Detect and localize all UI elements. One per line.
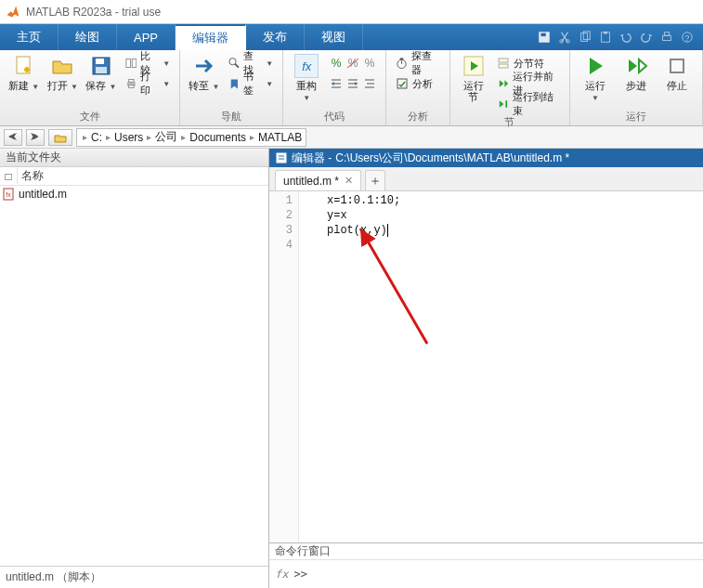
command-window-header: 命令行窗口 xyxy=(269,543,703,560)
paste-icon[interactable] xyxy=(599,31,612,44)
editor-tabs: untitled.m * ✕ ＋ xyxy=(269,167,703,191)
print-icon[interactable] xyxy=(660,31,673,44)
stop-icon xyxy=(665,54,689,78)
tab-publish[interactable]: 发布 xyxy=(246,24,305,50)
save-icon[interactable] xyxy=(538,31,551,44)
ribbon-group-section: 运行 节 分节符 运行并前进 运行到结束 节 xyxy=(450,50,570,125)
path-crumb-2[interactable]: 公司▸ xyxy=(155,129,188,145)
app-title: MATLAB R2023a - trial use xyxy=(26,6,161,19)
code-line-1: x=1:0.1:10; xyxy=(327,194,400,207)
svg-rect-20 xyxy=(128,79,133,82)
percent-wrap-icon: % xyxy=(363,57,376,70)
goto-label: 转至 xyxy=(189,80,209,91)
printer-icon xyxy=(125,77,137,90)
svg-rect-21 xyxy=(128,85,133,88)
new-file-icon xyxy=(12,54,36,78)
save-label: 保存 xyxy=(85,80,106,91)
svg-rect-2 xyxy=(541,33,546,37)
cut-icon[interactable] xyxy=(558,31,571,44)
command-window-body[interactable]: fx >> xyxy=(269,560,703,588)
profiler-label: 探查器 xyxy=(411,49,440,77)
step-button[interactable]: 步进 xyxy=(617,52,656,91)
bookmark-icon xyxy=(228,77,241,90)
titlebar: MATLAB R2023a - trial use xyxy=(0,0,703,24)
svg-rect-15 xyxy=(96,59,104,64)
editor-tab-close-icon[interactable]: ✕ xyxy=(345,175,353,187)
editor-new-tab-button[interactable]: ＋ xyxy=(365,170,385,190)
open-button[interactable]: 打开 ▼ xyxy=(45,52,82,92)
copy-icon[interactable] xyxy=(579,31,592,44)
svg-text:%: % xyxy=(332,57,342,70)
path-crumb-1[interactable]: Users▸ xyxy=(114,131,153,144)
file-group-label: 文件 xyxy=(6,108,174,125)
tab-plots[interactable]: 绘图 xyxy=(59,24,117,50)
goto-arrow-icon xyxy=(192,54,216,78)
run-to-end-icon xyxy=(497,98,509,111)
tab-home[interactable]: 主页 xyxy=(0,24,59,50)
print-label: 打印 xyxy=(140,70,159,98)
analyze-group-label: 分析 xyxy=(392,108,444,125)
play-icon xyxy=(583,54,607,78)
code-area[interactable]: x=1:0.1:10; y=x plot(x,y)​ xyxy=(299,191,703,542)
step-icon xyxy=(624,54,648,78)
editor-tab[interactable]: untitled.m * ✕ xyxy=(275,170,361,190)
print-button[interactable]: 打印 ▼ xyxy=(122,74,174,93)
svg-rect-28 xyxy=(400,58,404,59)
path-crumb-3[interactable]: Documents▸ xyxy=(189,131,256,144)
nav-up-button[interactable] xyxy=(48,129,72,146)
path-crumb-4[interactable]: MATLAB xyxy=(258,131,302,144)
fx-icon: fx xyxy=(294,54,319,78)
goto-button[interactable]: 转至 ▼ xyxy=(186,52,223,92)
new-button[interactable]: 新建 ▼ xyxy=(6,52,43,92)
indent-right-icon xyxy=(330,77,343,90)
open-label: 打开 xyxy=(47,80,68,91)
code-line-3: plot(x,y) xyxy=(327,224,387,237)
line-gutter: 1234 xyxy=(269,191,299,542)
indent-left-icon xyxy=(346,77,359,90)
help-icon[interactable]: ? xyxy=(681,31,694,44)
editor-title-path: C:\Users\公司\Documents\MATLAB\untitled.m … xyxy=(335,150,569,166)
address-bar: ⮜ ⮞ ▸ C:▸ Users▸ 公司▸ Documents▸ MATLAB xyxy=(0,126,703,149)
svg-rect-18 xyxy=(132,59,137,67)
nav-fwd-button[interactable]: ⮞ xyxy=(26,129,45,146)
nav-back-button[interactable]: ⮜ xyxy=(4,129,22,146)
file-row[interactable]: fx untitled.m xyxy=(0,186,268,203)
redo-icon[interactable] xyxy=(640,31,653,44)
refactor-button[interactable]: fx 重构▼ xyxy=(289,52,324,103)
file-list-header: □ 名称 xyxy=(0,167,268,186)
compare-icon xyxy=(125,57,137,70)
path-box[interactable]: ▸ C:▸ Users▸ 公司▸ Documents▸ MATLAB xyxy=(76,128,306,147)
run-section-button[interactable]: 运行 节 xyxy=(456,52,491,102)
stop-label: 停止 xyxy=(667,80,687,91)
bookmark-button[interactable]: 书签 ▼ xyxy=(225,74,277,93)
run-button[interactable]: 运行▼ xyxy=(576,52,615,103)
text-cursor: ​ xyxy=(387,224,388,237)
path-crumb-0[interactable]: C:▸ xyxy=(91,131,112,144)
tab-view[interactable]: 视图 xyxy=(305,24,363,50)
profiler-button[interactable]: 探查器 xyxy=(392,54,444,72)
run-to-end-button[interactable]: 运行到结束 xyxy=(493,95,564,113)
svg-rect-31 xyxy=(499,59,508,62)
tab-apps[interactable]: APP xyxy=(117,24,176,50)
tab-editor[interactable]: 编辑器 xyxy=(176,24,246,50)
file-list[interactable]: fx untitled.m xyxy=(0,186,268,566)
editor-body[interactable]: 1234 x=1:0.1:10; y=x plot(x,y)​ xyxy=(269,191,703,542)
comment-button[interactable]: % % % xyxy=(326,54,380,72)
svg-text:?: ? xyxy=(685,33,690,43)
run-group-label: 运行 xyxy=(576,108,696,125)
save-button[interactable]: 保存 ▼ xyxy=(83,52,120,92)
right-column: 编辑器 - C:\Users\公司\Documents\MATLAB\untit… xyxy=(269,149,703,588)
indent-button[interactable] xyxy=(326,74,380,93)
file-list-name-col[interactable]: 名称 xyxy=(17,168,268,184)
command-prompt: >> xyxy=(293,568,306,581)
stop-button[interactable]: 停止 xyxy=(657,52,696,91)
main-tabstrip: 主页 绘图 APP 编辑器 发布 视图 ? xyxy=(0,24,703,50)
run-advance-icon xyxy=(497,77,509,90)
undo-icon[interactable] xyxy=(619,31,632,44)
run-section-label: 运行 节 xyxy=(463,80,484,102)
section-break-label: 分节符 xyxy=(514,57,544,71)
file-list-icon-col[interactable]: □ xyxy=(0,170,17,183)
new-label: 新建 xyxy=(8,80,29,91)
analyzer-button[interactable]: 分析 xyxy=(392,74,444,93)
save-disk-icon xyxy=(89,54,113,78)
